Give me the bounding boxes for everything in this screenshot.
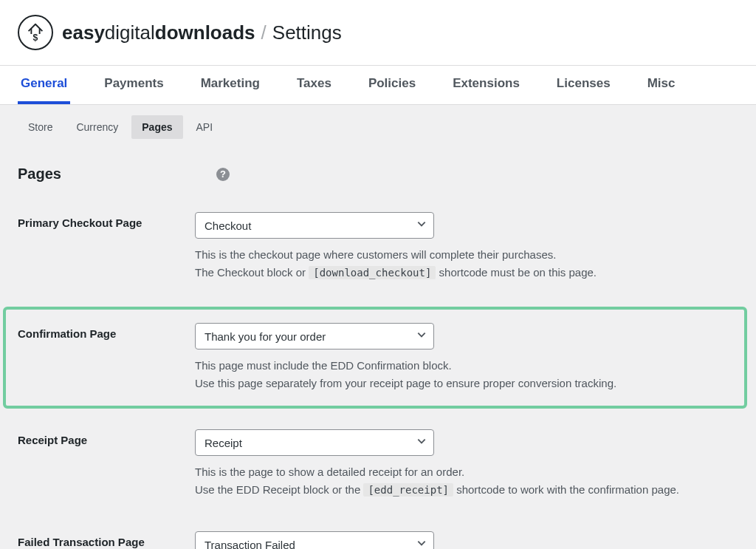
subtab-api[interactable]: API [186,115,224,139]
select-failed-transaction[interactable] [195,531,434,549]
settings-content: Pages ? Primary Checkout Page This is th… [0,139,756,549]
label-primary-checkout: Primary Checkout Page [18,212,195,229]
tab-misc[interactable]: Misc [645,66,678,104]
label-failed-transaction: Failed Transaction Page [18,531,195,548]
brand-easy: easy [62,21,105,44]
tab-taxes[interactable]: Taxes [294,66,334,104]
tab-licenses[interactable]: Licenses [554,66,614,104]
desc-primary-checkout: This is the checkout page where customer… [195,246,738,282]
subtab-currency[interactable]: Currency [66,115,128,139]
shortcode-download-checkout: [download_checkout] [309,266,436,279]
select-primary-checkout[interactable] [195,212,434,239]
tab-extensions[interactable]: Extensions [450,66,523,104]
field-receipt: Receipt Page This is the page to show a … [18,426,738,502]
tab-marketing[interactable]: Marketing [198,66,263,104]
select-receipt[interactable] [195,429,434,456]
desc-confirmation: This page must include the EDD Confirmat… [195,357,738,392]
help-icon[interactable]: ? [216,168,230,181]
shortcode-edd-receipt: [edd_receipt] [363,483,453,497]
field-failed-transaction: Failed Transaction Page This is the page… [18,528,738,549]
svg-text:$: $ [33,33,38,43]
subtab-pages[interactable]: Pages [131,115,182,139]
page-header: $ easydigitaldownloads / Settings [0,0,756,66]
header-title: easydigitaldownloads / Settings [62,21,342,44]
section-title: Pages [18,166,61,183]
page-title: Settings [272,21,342,44]
brand-logo-icon: $ [18,15,53,50]
section-header: Pages ? [18,166,738,183]
field-primary-checkout: Primary Checkout Page This is the checko… [18,209,738,284]
tab-policies[interactable]: Policies [365,66,419,104]
sub-tabs: Store Currency Pages API [0,105,756,139]
main-tabs: General Payments Marketing Taxes Policie… [0,66,756,105]
brand-downloads: downloads [155,21,255,44]
field-confirmation: Confirmation Page This page must include… [3,307,747,409]
subtab-store[interactable]: Store [18,115,63,139]
tab-payments[interactable]: Payments [101,66,166,104]
tab-general[interactable]: General [18,66,70,104]
brand-digital: digital [105,21,155,44]
label-confirmation: Confirmation Page [18,323,195,340]
title-separator: / [261,21,267,44]
label-receipt: Receipt Page [18,429,195,446]
select-confirmation[interactable] [195,323,434,349]
desc-receipt: This is the page to show a detailed rece… [195,463,738,499]
